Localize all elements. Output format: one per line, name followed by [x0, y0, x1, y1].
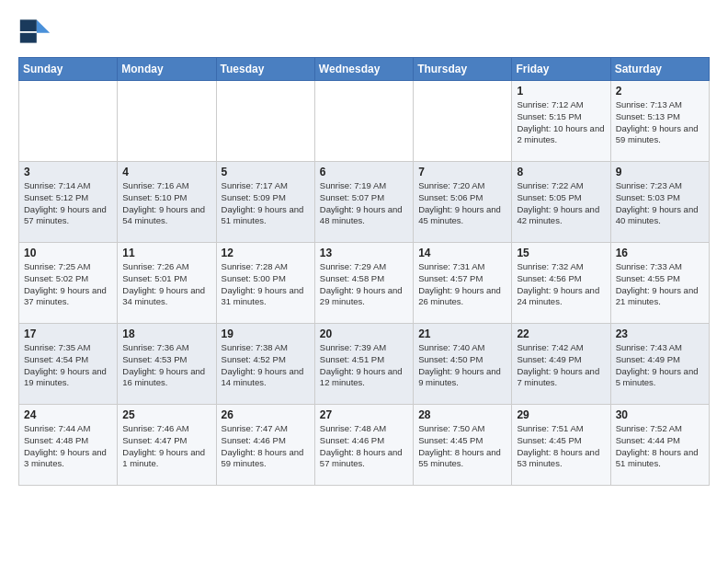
day-number: 23	[616, 327, 704, 340]
day-number: 3	[24, 166, 112, 178]
calendar-cell: 22Sunrise: 7:42 AM Sunset: 4:49 PM Dayli…	[512, 324, 610, 405]
day-number: 26	[222, 408, 310, 421]
weekday-header-saturday: Saturday	[610, 58, 709, 81]
cell-info: Sunrise: 7:44 AM Sunset: 4:48 PM Dayligh…	[24, 423, 112, 470]
calendar-cell: 7Sunrise: 7:20 AM Sunset: 5:06 PM Daylig…	[414, 162, 512, 243]
day-number: 2	[616, 85, 704, 98]
cell-info: Sunrise: 7:40 AM Sunset: 4:50 PM Dayligh…	[418, 342, 506, 389]
day-number: 14	[418, 247, 506, 259]
calendar-cell: 9Sunrise: 7:23 AM Sunset: 5:03 PM Daylig…	[610, 162, 709, 243]
day-number: 12	[222, 247, 310, 259]
day-number: 5	[222, 166, 310, 178]
cell-info: Sunrise: 7:52 AM Sunset: 4:44 PM Dayligh…	[616, 423, 704, 470]
cell-info: Sunrise: 7:38 AM Sunset: 4:52 PM Dayligh…	[222, 342, 310, 389]
calendar-cell: 26Sunrise: 7:47 AM Sunset: 4:46 PM Dayli…	[216, 405, 314, 486]
calendar-cell	[118, 81, 216, 162]
weekday-header-thursday: Thursday	[414, 58, 512, 81]
calendar-cell: 25Sunrise: 7:46 AM Sunset: 4:47 PM Dayli…	[118, 405, 216, 486]
day-number: 21	[418, 327, 506, 340]
calendar-week-4: 24Sunrise: 7:44 AM Sunset: 4:48 PM Dayli…	[19, 405, 710, 486]
day-number: 1	[517, 85, 605, 98]
svg-rect-2	[20, 19, 37, 31]
page: SundayMondayTuesdayWednesdayThursdayFrid…	[0, 0, 728, 500]
cell-info: Sunrise: 7:16 AM Sunset: 5:10 PM Dayligh…	[122, 180, 210, 227]
day-number: 8	[517, 166, 605, 178]
day-number: 6	[320, 166, 408, 178]
weekday-row: SundayMondayTuesdayWednesdayThursdayFrid…	[19, 58, 710, 81]
day-number: 15	[517, 247, 605, 259]
calendar-cell	[19, 81, 118, 162]
cell-info: Sunrise: 7:36 AM Sunset: 4:53 PM Dayligh…	[122, 342, 210, 389]
cell-info: Sunrise: 7:51 AM Sunset: 4:45 PM Dayligh…	[517, 423, 605, 470]
calendar-cell: 30Sunrise: 7:52 AM Sunset: 4:44 PM Dayli…	[610, 405, 709, 486]
cell-info: Sunrise: 7:48 AM Sunset: 4:46 PM Dayligh…	[320, 423, 408, 470]
calendar-week-2: 10Sunrise: 7:25 AM Sunset: 5:02 PM Dayli…	[19, 243, 710, 324]
cell-info: Sunrise: 7:13 AM Sunset: 5:13 PM Dayligh…	[616, 99, 704, 146]
logo	[18, 15, 55, 48]
cell-info: Sunrise: 7:14 AM Sunset: 5:12 PM Dayligh…	[24, 180, 112, 227]
cell-info: Sunrise: 7:12 AM Sunset: 5:15 PM Dayligh…	[517, 99, 605, 146]
day-number: 24	[24, 408, 112, 421]
header	[18, 15, 710, 48]
cell-info: Sunrise: 7:29 AM Sunset: 4:58 PM Dayligh…	[320, 261, 408, 308]
cell-info: Sunrise: 7:26 AM Sunset: 5:01 PM Dayligh…	[122, 261, 210, 308]
day-number: 13	[320, 247, 408, 259]
calendar-header: SundayMondayTuesdayWednesdayThursdayFrid…	[19, 58, 710, 81]
day-number: 27	[320, 408, 408, 421]
cell-info: Sunrise: 7:17 AM Sunset: 5:09 PM Dayligh…	[222, 180, 310, 227]
cell-info: Sunrise: 7:31 AM Sunset: 4:57 PM Dayligh…	[418, 261, 506, 308]
day-number: 17	[24, 327, 112, 340]
calendar-cell: 14Sunrise: 7:31 AM Sunset: 4:57 PM Dayli…	[414, 243, 512, 324]
weekday-header-sunday: Sunday	[19, 58, 118, 81]
calendar-cell: 18Sunrise: 7:36 AM Sunset: 4:53 PM Dayli…	[118, 324, 216, 405]
calendar-body: 1Sunrise: 7:12 AM Sunset: 5:15 PM Daylig…	[19, 81, 710, 486]
cell-info: Sunrise: 7:19 AM Sunset: 5:07 PM Dayligh…	[320, 180, 408, 227]
day-number: 18	[122, 327, 210, 340]
cell-info: Sunrise: 7:35 AM Sunset: 4:54 PM Dayligh…	[24, 342, 112, 389]
calendar-table: SundayMondayTuesdayWednesdayThursdayFrid…	[18, 57, 710, 486]
weekday-header-friday: Friday	[512, 58, 610, 81]
calendar-cell: 2Sunrise: 7:13 AM Sunset: 5:13 PM Daylig…	[610, 81, 709, 162]
calendar-cell	[414, 81, 512, 162]
day-number: 25	[122, 408, 210, 421]
day-number: 10	[24, 247, 112, 259]
cell-info: Sunrise: 7:22 AM Sunset: 5:05 PM Dayligh…	[517, 180, 605, 227]
calendar-cell: 19Sunrise: 7:38 AM Sunset: 4:52 PM Dayli…	[216, 324, 314, 405]
cell-info: Sunrise: 7:46 AM Sunset: 4:47 PM Dayligh…	[122, 423, 210, 470]
calendar-cell: 4Sunrise: 7:16 AM Sunset: 5:10 PM Daylig…	[118, 162, 216, 243]
calendar-cell	[216, 81, 314, 162]
cell-info: Sunrise: 7:23 AM Sunset: 5:03 PM Dayligh…	[616, 180, 704, 227]
calendar-cell: 21Sunrise: 7:40 AM Sunset: 4:50 PM Dayli…	[414, 324, 512, 405]
calendar-cell: 6Sunrise: 7:19 AM Sunset: 5:07 PM Daylig…	[314, 162, 413, 243]
day-number: 22	[517, 327, 605, 340]
calendar-week-0: 1Sunrise: 7:12 AM Sunset: 5:15 PM Daylig…	[19, 81, 710, 162]
calendar-cell: 29Sunrise: 7:51 AM Sunset: 4:45 PM Dayli…	[512, 405, 610, 486]
cell-info: Sunrise: 7:50 AM Sunset: 4:45 PM Dayligh…	[418, 423, 506, 470]
day-number: 19	[222, 327, 310, 340]
calendar-cell: 17Sunrise: 7:35 AM Sunset: 4:54 PM Dayli…	[19, 324, 118, 405]
weekday-header-monday: Monday	[118, 58, 216, 81]
cell-info: Sunrise: 7:20 AM Sunset: 5:06 PM Dayligh…	[418, 180, 506, 227]
calendar-cell: 20Sunrise: 7:39 AM Sunset: 4:51 PM Dayli…	[314, 324, 413, 405]
day-number: 30	[616, 408, 704, 421]
calendar-cell: 10Sunrise: 7:25 AM Sunset: 5:02 PM Dayli…	[19, 243, 118, 324]
svg-rect-3	[20, 33, 37, 43]
day-number: 28	[418, 408, 506, 421]
calendar-cell: 5Sunrise: 7:17 AM Sunset: 5:09 PM Daylig…	[216, 162, 314, 243]
day-number: 4	[122, 166, 210, 178]
day-number: 29	[517, 408, 605, 421]
calendar-cell: 12Sunrise: 7:28 AM Sunset: 5:00 PM Dayli…	[216, 243, 314, 324]
calendar-cell: 27Sunrise: 7:48 AM Sunset: 4:46 PM Dayli…	[314, 405, 413, 486]
calendar-cell: 13Sunrise: 7:29 AM Sunset: 4:58 PM Dayli…	[314, 243, 413, 324]
logo-icon	[18, 15, 51, 48]
day-number: 9	[616, 166, 704, 178]
weekday-header-tuesday: Tuesday	[216, 58, 314, 81]
calendar-cell: 11Sunrise: 7:26 AM Sunset: 5:01 PM Dayli…	[118, 243, 216, 324]
cell-info: Sunrise: 7:39 AM Sunset: 4:51 PM Dayligh…	[320, 342, 408, 389]
calendar-cell: 8Sunrise: 7:22 AM Sunset: 5:05 PM Daylig…	[512, 162, 610, 243]
day-number: 7	[418, 166, 506, 178]
calendar-cell: 28Sunrise: 7:50 AM Sunset: 4:45 PM Dayli…	[414, 405, 512, 486]
cell-info: Sunrise: 7:33 AM Sunset: 4:55 PM Dayligh…	[616, 261, 704, 308]
calendar-cell: 23Sunrise: 7:43 AM Sunset: 4:49 PM Dayli…	[610, 324, 709, 405]
day-number: 16	[616, 247, 704, 259]
